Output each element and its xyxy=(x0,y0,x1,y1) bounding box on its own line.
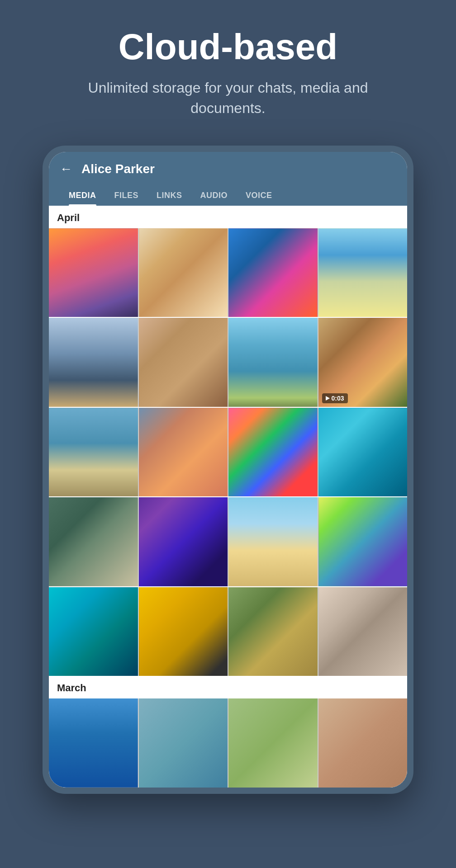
contact-name: Alice Parker xyxy=(81,162,155,176)
photo-item[interactable] xyxy=(228,408,318,497)
phone-screen: ← Alice Parker MEDIA FILES LINKS AUDIO V… xyxy=(49,152,407,788)
photo-item[interactable] xyxy=(228,318,318,407)
photo-item[interactable] xyxy=(49,698,138,788)
photo-item[interactable] xyxy=(139,587,228,676)
photo-item[interactable] xyxy=(139,228,228,317)
tab-files[interactable]: FILES xyxy=(105,186,148,206)
april-row-4 xyxy=(49,497,407,586)
photo-item[interactable] xyxy=(318,698,408,788)
april-row-1 xyxy=(49,228,407,317)
photo-item[interactable] xyxy=(139,497,228,586)
photo-item[interactable] xyxy=(228,698,318,788)
tabs-row: MEDIA FILES LINKS AUDIO VOICE xyxy=(60,186,396,206)
photo-item[interactable] xyxy=(228,228,318,317)
video-item[interactable]: 0:03 xyxy=(318,318,408,407)
photo-item[interactable] xyxy=(49,497,138,586)
photo-item[interactable] xyxy=(318,587,408,676)
photo-item[interactable] xyxy=(139,698,228,788)
tab-voice[interactable]: VOICE xyxy=(237,186,281,206)
play-icon xyxy=(326,396,330,401)
photo-item[interactable] xyxy=(318,408,408,497)
photo-item[interactable] xyxy=(139,318,228,407)
april-row-3 xyxy=(49,408,407,497)
photo-item[interactable] xyxy=(228,587,318,676)
phone-mockup: ← Alice Parker MEDIA FILES LINKS AUDIO V… xyxy=(43,146,413,794)
screen-content: April xyxy=(49,206,407,788)
march-row-1 xyxy=(49,698,407,788)
april-row-2: 0:03 xyxy=(49,318,407,407)
tab-links[interactable]: LINKS xyxy=(147,186,191,206)
video-duration: 0:03 xyxy=(322,393,348,403)
photo-item[interactable] xyxy=(228,497,318,586)
photo-item[interactable] xyxy=(318,497,408,586)
photo-item[interactable] xyxy=(49,408,138,497)
photo-item[interactable] xyxy=(139,408,228,497)
tab-media[interactable]: MEDIA xyxy=(60,186,105,206)
april-label: April xyxy=(49,206,407,228)
march-label: March xyxy=(49,676,407,698)
photo-item[interactable] xyxy=(49,318,138,407)
back-button[interactable]: ← xyxy=(60,162,72,176)
april-row-5 xyxy=(49,587,407,676)
page-headline: Cloud-based xyxy=(119,27,337,67)
tab-audio[interactable]: AUDIO xyxy=(191,186,237,206)
photo-item[interactable] xyxy=(49,587,138,676)
photo-item[interactable] xyxy=(318,228,408,317)
screen-header: ← Alice Parker MEDIA FILES LINKS AUDIO V… xyxy=(49,152,407,206)
photo-item[interactable] xyxy=(49,228,138,317)
page-subheadline: Unlimited storage for your chats, media … xyxy=(74,78,382,118)
